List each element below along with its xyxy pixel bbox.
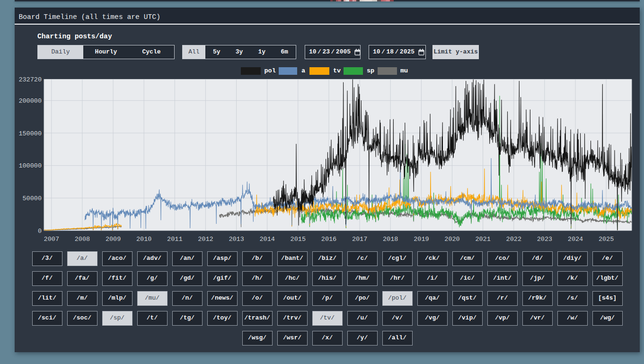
svg-text:150000: 150000	[18, 130, 42, 137]
svg-text:2018: 2018	[383, 236, 398, 243]
svg-text:2014: 2014	[259, 236, 274, 243]
svg-text:2010: 2010	[136, 236, 151, 243]
svg-text:2009: 2009	[106, 236, 121, 243]
svg-text:2008: 2008	[75, 236, 90, 243]
svg-text:2015: 2015	[291, 236, 306, 243]
svg-text:2016: 2016	[321, 236, 336, 243]
svg-text:2017: 2017	[352, 236, 367, 243]
svg-text:2025: 2025	[599, 236, 614, 243]
svg-text:2011: 2011	[167, 236, 182, 243]
svg-text:0: 0	[38, 228, 42, 235]
svg-text:2022: 2022	[506, 236, 521, 243]
svg-text:2023: 2023	[537, 236, 552, 243]
svg-text:200000: 200000	[18, 98, 42, 105]
svg-text:2012: 2012	[198, 236, 213, 243]
svg-text:100000: 100000	[18, 162, 42, 169]
svg-text:2007: 2007	[44, 236, 59, 243]
svg-text:232720: 232720	[18, 76, 42, 83]
svg-text:50000: 50000	[22, 195, 42, 202]
svg-text:2020: 2020	[444, 236, 459, 243]
svg-text:2021: 2021	[475, 236, 490, 243]
svg-text:2024: 2024	[568, 236, 583, 243]
svg-text:2013: 2013	[229, 236, 244, 243]
svg-text:2019: 2019	[414, 236, 429, 243]
